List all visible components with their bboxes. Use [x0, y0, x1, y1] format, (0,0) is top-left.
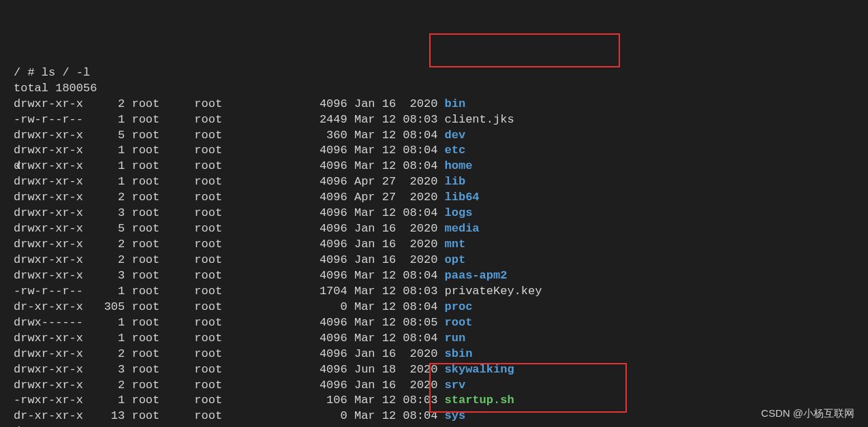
filename: root [445, 316, 473, 329]
permissions: drwxr-xr-x [14, 379, 83, 392]
link-count: 5 [83, 129, 125, 142]
date: Mar 12 08:03 [347, 285, 445, 298]
size: 2449 [285, 113, 347, 126]
group: root [194, 300, 285, 313]
size: 1704 [285, 285, 347, 298]
owner: root [125, 269, 194, 282]
permissions: drwxr-xr-x [14, 363, 83, 376]
owner: root [125, 363, 194, 376]
file-row: drwxr-xr-x 2 root root 4096 Jan 16 2020 … [14, 347, 854, 362]
link-count: 3 [83, 206, 125, 219]
group: root [194, 144, 285, 157]
owner: root [125, 347, 194, 360]
file-row: drwxrwxrwt 1 root root 4096 Mar 12 08:04… [14, 424, 854, 427]
filename: etc [445, 144, 466, 157]
filename: mnt [445, 238, 466, 251]
date: Jan 16 2020 [347, 97, 445, 110]
group: root [194, 253, 285, 266]
link-count: 3 [83, 269, 125, 282]
highlight-box-bin-client [429, 33, 620, 67]
size: 4096 [285, 175, 347, 188]
permissions: -rw-r--r-- [14, 113, 83, 126]
owner: root [125, 129, 194, 142]
owner: root [125, 253, 194, 266]
group: root [194, 238, 285, 251]
owner: root [125, 316, 194, 329]
owner: root [125, 238, 194, 251]
filename: sbin [445, 347, 473, 360]
owner: root [125, 159, 194, 172]
date: Mar 12 08:05 [347, 316, 445, 329]
group: root [194, 97, 285, 110]
file-row: drwxr-xr-x 2 root root 4096 Apr 27 2020 … [14, 190, 854, 206]
date: Jan 16 2020 [347, 253, 445, 266]
chevron-left-icon[interactable]: ‹ [14, 155, 23, 177]
date: Mar 12 08:04 [347, 129, 445, 142]
date: Apr 27 2020 [347, 175, 445, 188]
link-count: 2 [83, 191, 125, 204]
size: 0 [285, 409, 347, 422]
permissions: drwxr-xr-x [14, 347, 83, 360]
filename: lib64 [445, 191, 480, 204]
size: 4096 [285, 159, 347, 172]
file-row: drwxr-xr-x 2 root root 4096 Jan 16 2020 … [14, 253, 854, 268]
filename: client.jks [445, 113, 514, 126]
date: Apr 27 2020 [347, 191, 445, 204]
date: Mar 12 08:04 [347, 332, 445, 345]
link-count: 1 [83, 316, 125, 329]
size: 360 [285, 129, 347, 142]
link-count: 1 [83, 113, 125, 126]
file-row: drwxr-xr-x 2 root root 4096 Jan 16 2020 … [14, 378, 854, 394]
group: root [194, 113, 285, 126]
group: root [194, 206, 285, 219]
size: 4096 [285, 379, 347, 392]
date: Jan 16 2020 [347, 222, 445, 235]
filename: home [445, 159, 473, 172]
link-count: 5 [83, 222, 125, 235]
size: 0 [285, 300, 347, 313]
owner: root [125, 206, 194, 219]
file-row: drwxr-xr-x 3 root root 4096 Jun 18 2020 … [14, 362, 854, 378]
owner: root [125, 285, 194, 298]
link-count: 3 [83, 363, 125, 376]
filename: lib [445, 175, 466, 188]
size: 4096 [285, 332, 347, 345]
filename: startup.sh [445, 394, 514, 407]
date: Mar 12 08:04 [347, 144, 445, 157]
file-row: drwxr-xr-x 1 root root 4096 Mar 12 08:04… [14, 143, 854, 159]
file-row: drwxr-xr-x 1 root root 4096 Mar 12 08:04… [14, 159, 854, 174]
link-count: 1 [83, 332, 125, 345]
filename: dev [445, 129, 466, 142]
filename: opt [445, 253, 466, 266]
group: root [194, 409, 285, 422]
permissions: drwxr-xr-x [14, 175, 83, 188]
date: Mar 12 08:03 [347, 394, 445, 407]
link-count: 2 [83, 97, 125, 110]
date: Mar 12 08:04 [347, 300, 445, 313]
group: root [194, 269, 285, 282]
watermark-text: CSDN @小杨互联网 [761, 407, 854, 420]
owner: root [125, 394, 194, 407]
date: Jun 18 2020 [347, 363, 445, 376]
filename: run [445, 332, 466, 345]
group: root [194, 222, 285, 235]
terminal-output: / # ls / -ltotal 180056drwxr-xr-x 2 root… [14, 65, 854, 427]
owner: root [125, 191, 194, 204]
link-count: 2 [83, 379, 125, 392]
permissions: drwxr-xr-x [14, 191, 83, 204]
permissions: drwxr-xr-x [14, 206, 83, 219]
group: root [194, 379, 285, 392]
filename: proc [445, 300, 473, 313]
permissions: drwxr-xr-x [14, 222, 83, 235]
permissions: drwxr-xr-x [14, 332, 83, 345]
permissions: drwxr-xr-x [14, 159, 83, 172]
size: 106 [285, 394, 347, 407]
date: Mar 12 08:04 [347, 159, 445, 172]
file-row: -rw-r--r-- 1 root root 2449 Mar 12 08:03… [14, 112, 854, 128]
file-row: drwxr-xr-x 3 root root 4096 Mar 12 08:04… [14, 268, 854, 284]
size: 4096 [285, 363, 347, 376]
permissions: dr-xr-xr-x [14, 300, 83, 313]
permissions: -rwxr-xr-x [14, 394, 83, 407]
total-line: total 180056 [14, 81, 854, 97]
link-count: 2 [83, 253, 125, 266]
